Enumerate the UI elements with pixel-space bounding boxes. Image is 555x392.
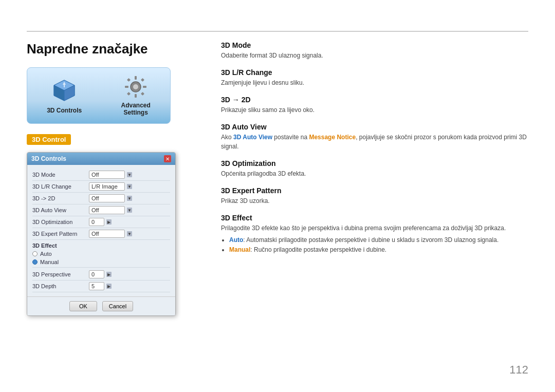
bullet-auto-highlight: Auto [229, 236, 243, 244]
feature-optimization: 3D Optimization Općenita prilagodba 3D e… [221, 159, 528, 178]
dialog-row-3d-2d: 3D -> 2D Off ▼ [32, 193, 170, 204]
row-value-optimization: 0 ▶ [89, 218, 170, 226]
row-value-depth: 5 ▶ [89, 282, 170, 290]
feature-desc-expert-pattern: Prikaz 3D uzorka. [221, 196, 528, 206]
svg-rect-8 [135, 76, 137, 80]
page-number: 112 [509, 363, 528, 377]
dialog-row-perspective: 3D Perspective 0 ▶ [32, 269, 170, 281]
stepper-arrow-depth[interactable]: ▶ [106, 284, 112, 289]
dropdown-3d-2d[interactable]: Off [89, 194, 125, 202]
dialog-row-lr-change: 3D L/R Change L/R Image ▼ [32, 181, 170, 193]
dialog-row-expert-pattern: 3D Expert Pattern Off ▼ [32, 228, 170, 240]
svg-point-7 [133, 84, 138, 89]
dialog-3d-controls: 3D Controls ✕ 3D Mode Off ▼ 3D L/R Chang… [27, 152, 176, 316]
row-value-lr-change: L/R Image ▼ [89, 182, 170, 191]
feature-desc-optimization: Općenita prilagodba 3D efekta. [221, 169, 528, 178]
icon-item-advanced-settings: Advanced Settings [121, 75, 150, 116]
dropdown-arrow-3d-2d[interactable]: ▼ [127, 196, 132, 201]
link-message-notice: Message Notice [309, 134, 356, 141]
feature-desc-auto-view: Ako 3D Auto View postavite na Message No… [221, 133, 528, 151]
feature-title-optimization: 3D Optimization [221, 159, 528, 167]
dialog-row-optimization: 3D Optimization 0 ▶ [32, 216, 170, 228]
dialog-footer: OK Cancel [27, 296, 175, 315]
dialog-body: 3D Mode Off ▼ 3D L/R Change L/R Image ▼ … [27, 165, 175, 296]
feature-title-lr-change: 3D L/R Change [221, 68, 528, 77]
dialog-close-button[interactable]: ✕ [164, 155, 171, 162]
dropdown-arrow-lr-change[interactable]: ▼ [127, 184, 132, 189]
feature-3d-to-2d: 3D → 2D Prikazuje sliku samo za lijevo o… [221, 96, 528, 115]
value-optimization: 0 [89, 218, 104, 226]
dropdown-auto-view[interactable]: Off [89, 206, 125, 214]
feature-title-auto-view: 3D Auto View [221, 123, 528, 131]
feature-title-3d-effect: 3D Effect [221, 214, 528, 222]
dropdown-arrow-3d-mode[interactable]: ▼ [127, 172, 132, 177]
feature-lr-change: 3D L/R Change Zamjenjuje lijevu i desnu … [221, 68, 528, 87]
dropdown-arrow-expert-pattern[interactable]: ▼ [127, 231, 132, 236]
feature-desc-3d-mode: Odaberite format 3D ulaznog signala. [221, 51, 528, 60]
section-label: 3D Control [27, 134, 71, 145]
stepper-arrow-perspective[interactable]: ▶ [106, 272, 112, 277]
ok-button[interactable]: OK [69, 301, 97, 311]
radio-manual-label: Manual [40, 259, 59, 265]
radio-auto-label: Auto [40, 251, 52, 257]
feature-3d-effect: 3D Effect Prilagodite 3D efekte kao što … [221, 214, 528, 255]
radio-manual-row[interactable]: Manual [32, 258, 170, 266]
value-perspective: 0 [89, 270, 104, 278]
feature-desc-3d-to-2d: Prikazuje sliku samo za lijevo oko. [221, 105, 528, 115]
row-label-3d-2d: 3D -> 2D [32, 195, 89, 201]
feature-title-3d-to-2d: 3D → 2D [221, 96, 528, 104]
svg-rect-5 [64, 85, 65, 87]
radio-auto-circle[interactable] [32, 251, 38, 256]
dialog-title: 3D Controls [31, 155, 66, 162]
feature-desc-3d-effect: Prilagodite 3D efekte kao što je perspek… [221, 223, 528, 233]
feature-title-expert-pattern: 3D Expert Pattern [221, 186, 528, 195]
row-value-perspective: 0 ▶ [89, 270, 170, 278]
feature-title-3d-mode: 3D Mode [221, 41, 528, 49]
icon-box: 3D Controls Advanced Settings [27, 67, 171, 124]
feature-expert-pattern: 3D Expert Pattern Prikaz 3D uzorka. [221, 186, 528, 206]
row-label-expert-pattern: 3D Expert Pattern [32, 231, 89, 237]
row-label-optimization: 3D Optimization [32, 219, 89, 225]
feature-3d-mode: 3D Mode Odaberite format 3D ulaznog sign… [221, 41, 528, 60]
value-depth: 5 [89, 282, 104, 290]
gear-icon [124, 75, 147, 99]
row-label-perspective: 3D Perspective [32, 271, 89, 277]
row-value-expert-pattern: Off ▼ [89, 230, 170, 238]
effect-bullets: Auto: Automatski prilagodite postavke pe… [221, 235, 528, 255]
right-panel: 3D Mode Odaberite format 3D ulaznog sign… [221, 41, 528, 263]
effect-section-header: 3D Effect [32, 240, 170, 250]
dropdown-lr-change[interactable]: L/R Image [89, 182, 125, 191]
svg-rect-12 [127, 78, 131, 82]
page-title: Napredne značajke [27, 41, 201, 57]
dropdown-arrow-auto-view[interactable]: ▼ [127, 208, 132, 213]
row-label-3d-mode: 3D Mode [32, 172, 89, 178]
stepper-arrow-optimization[interactable]: ▶ [106, 219, 112, 225]
link-auto-view: 3D Auto View [233, 134, 272, 141]
top-divider [27, 31, 528, 32]
row-value-auto-view: Off ▼ [89, 206, 170, 214]
bullet-auto: Auto: Automatski prilagodite postavke pe… [229, 235, 528, 245]
svg-rect-13 [141, 78, 144, 82]
dialog-row-auto-view: 3D Auto View Off ▼ [32, 204, 170, 216]
dropdown-expert-pattern[interactable]: Off [89, 230, 125, 238]
row-label-auto-view: 3D Auto View [32, 207, 89, 213]
row-value-3d-mode: Off ▼ [89, 171, 170, 179]
icon-label-advanced-line1: Advanced [121, 102, 150, 109]
feature-auto-view: 3D Auto View Ako 3D Auto View postavite … [221, 123, 528, 151]
cancel-button[interactable]: Cancel [102, 301, 133, 311]
divider [32, 267, 170, 268]
dialog-row-depth: 3D Depth 5 ▶ [32, 281, 170, 292]
row-value-3d-2d: Off ▼ [89, 194, 170, 202]
bullet-manual-highlight: Manual [229, 246, 250, 253]
row-label-depth: 3D Depth [32, 283, 89, 289]
radio-manual-circle[interactable] [32, 259, 38, 265]
svg-rect-11 [143, 86, 146, 88]
svg-rect-15 [141, 92, 144, 96]
icon-label-advanced-line2: Settings [123, 109, 147, 116]
left-panel: Napredne značajke 3D Controls [27, 41, 201, 316]
icon-item-3d-controls: 3D Controls [47, 77, 82, 114]
dropdown-3d-mode[interactable]: Off [89, 171, 125, 179]
radio-auto-row[interactable]: Auto [32, 250, 170, 258]
svg-rect-9 [135, 94, 137, 98]
cube-icon [51, 77, 78, 104]
